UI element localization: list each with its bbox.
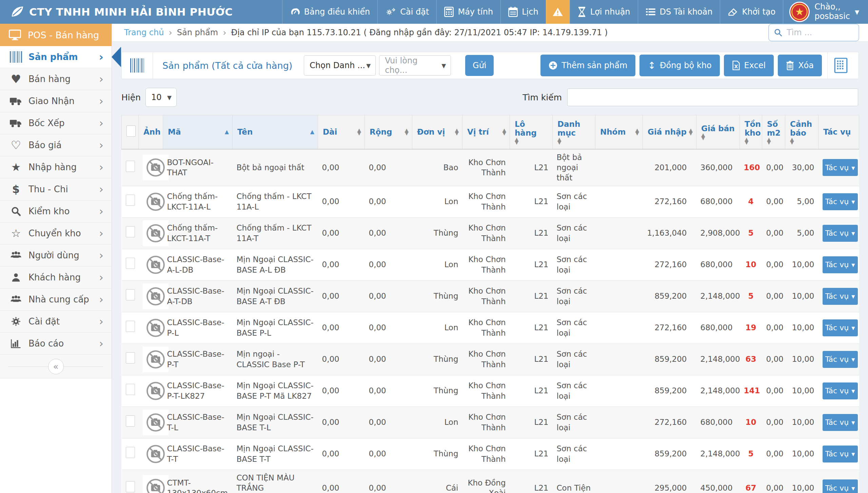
cell-length: 0,00 [318, 343, 365, 375]
sidebar-item-label: Báo cáo [24, 338, 99, 349]
nav-profit[interactable]: Lợi nhuận [570, 0, 638, 24]
nav-label: Máy tính [458, 7, 493, 17]
row-checkbox[interactable] [126, 195, 135, 206]
sidebar-item-11[interactable]: Nhà cung cấp› [0, 289, 112, 311]
sidebar-item-0[interactable]: Sản phẩm› [0, 46, 112, 68]
cell-alert: 5,00 [785, 186, 818, 217]
select-all-header[interactable] [122, 115, 139, 149]
sidebar-item-9[interactable]: Người dùng› [0, 244, 112, 267]
column-header-gianhap[interactable]: Giá nhập [643, 115, 696, 149]
cell-sqm: 0,00 [762, 280, 785, 312]
sidebar-item-1[interactable]: ♥Bán hàng› [0, 68, 112, 90]
row-checkbox[interactable] [126, 481, 135, 492]
category-select[interactable]: Chọn Danh ... [304, 55, 376, 76]
page-size-select[interactable]: 10 [145, 88, 177, 107]
excel-export-button[interactable]: Excel [724, 55, 774, 76]
sidebar-item-2[interactable]: Giao Nhận› [0, 90, 112, 112]
row-actions-button[interactable]: Tác vụ [823, 319, 858, 336]
cell-length: 0,00 [318, 217, 365, 249]
sidebar-item-10[interactable]: Khách hàng› [0, 267, 112, 289]
select-all-checkbox[interactable] [126, 125, 136, 137]
row-actions-button[interactable]: Tác vụ [823, 479, 858, 493]
sidebar-item-4[interactable]: ♡Báo giá› [0, 134, 112, 156]
row-actions-button[interactable]: Tác vụ [823, 193, 858, 210]
column-header-danhmuc[interactable]: Danh mục [553, 115, 595, 149]
sidebar-item-12[interactable]: Cài đặt› [0, 311, 112, 333]
column-header-lo[interactable]: Lô hàng [510, 115, 553, 149]
delete-button[interactable]: Xóa [778, 55, 822, 76]
cell-stock: 10 [740, 407, 762, 438]
row-actions-button[interactable]: Tác vụ [823, 382, 858, 399]
nav-alerts[interactable] [546, 0, 570, 24]
row-checkbox[interactable] [126, 447, 135, 458]
row-checkbox[interactable] [126, 384, 135, 395]
row-checkbox[interactable] [126, 415, 135, 427]
column-header-vitri[interactable]: Vị trí [462, 115, 510, 149]
nav-label: Khởi tạo [742, 7, 775, 17]
sidebar-item-5[interactable]: ★Nhập hàng› [0, 156, 112, 178]
cell-location: Kho Chơn Thành [462, 280, 510, 312]
nav-dashboard[interactable]: Bảng điều khiển [282, 0, 378, 24]
cell-length: 0,00 [318, 249, 365, 280]
row-checkbox[interactable] [126, 289, 135, 300]
sidebar-item-8[interactable]: ☆Chuyển kho› [0, 222, 112, 244]
nav-init[interactable]: Khởi tạo [720, 0, 783, 24]
column-settings-button[interactable] [827, 52, 854, 79]
row-actions-button[interactable]: Tác vụ [823, 446, 858, 462]
sidebar-item-13[interactable]: Báo cáo› [0, 333, 112, 355]
user-menu[interactable]: ★ Chào,, posbasic [783, 0, 868, 24]
cell-unit: Lon [412, 249, 462, 280]
breadcrumb-home-link[interactable]: Trang chủ [124, 28, 164, 37]
sidebar-item-label: Khách hàng [24, 272, 99, 282]
nav-settings[interactable]: Cài đặt [377, 0, 436, 24]
global-search-input[interactable] [787, 28, 854, 37]
sidebar-item-label: Chuyển kho [24, 228, 99, 238]
subcategory-select[interactable]: Vui lòng chọ... [379, 55, 451, 76]
row-actions-button[interactable]: Tác vụ [823, 225, 858, 242]
column-header-tonkho[interactable]: Tồn kho [740, 115, 762, 149]
nav-accounts[interactable]: DS Tài khoản [638, 0, 720, 24]
send-button[interactable]: Gửi [465, 55, 494, 76]
chevron-down-icon [851, 229, 855, 237]
cell-unit: Cái [412, 470, 462, 493]
column-header-nhom[interactable]: Nhóm [595, 115, 643, 149]
row-image-cell [139, 249, 163, 280]
nav-calendar[interactable]: Lịch [500, 0, 546, 24]
collapse-sidebar-button[interactable]: « [48, 359, 64, 374]
sync-stock-button[interactable]: ↕ Đồng bộ kho [639, 55, 719, 76]
row-checkbox[interactable] [126, 352, 135, 363]
sidebar-item-6[interactable]: $Thu - Chi› [0, 178, 112, 200]
search-icon [774, 28, 783, 37]
row-actions-button[interactable]: Tác vụ [823, 414, 858, 431]
column-header-ma[interactable]: Mã [163, 115, 233, 149]
cell-length: 0,00 [318, 312, 365, 343]
row-actions-button[interactable]: Tác vụ [823, 288, 858, 305]
row-checkbox[interactable] [126, 226, 135, 237]
column-header-canhbao[interactable]: Cảnh báo [785, 115, 818, 149]
column-header-ten[interactable]: Tên [233, 115, 318, 149]
column-header-rong[interactable]: Rộng [365, 115, 412, 149]
row-checkbox[interactable] [126, 321, 135, 332]
column-header-donvi[interactable]: Đơn vị [412, 115, 462, 149]
cell-group [595, 375, 643, 407]
add-product-button[interactable]: Thêm sản phẩm [540, 55, 635, 76]
sidebar-item-3[interactable]: Bốc Xếp› [0, 112, 112, 134]
cell-length: 0,00 [318, 186, 365, 217]
cell-stock: 5 [740, 217, 762, 249]
row-actions-button[interactable]: Tác vụ [823, 159, 858, 176]
row-actions-button[interactable]: Tác vụ [823, 256, 858, 273]
row-actions-button[interactable]: Tác vụ [823, 351, 858, 368]
brand[interactable]: CTY TNHH MINH HẢI BÌNH PHƯỚC [0, 0, 243, 24]
row-checkbox[interactable] [126, 258, 135, 269]
row-select-cell [122, 438, 139, 470]
table-search-input[interactable] [567, 88, 858, 106]
nav-calculator[interactable]: Máy tính [436, 0, 500, 24]
row-checkbox[interactable] [126, 161, 135, 172]
column-header-giaban[interactable]: Giá bán [696, 115, 740, 149]
column-header-dai[interactable]: Dài [318, 115, 365, 149]
chevron-right-icon: › [99, 228, 103, 239]
sort-icon [502, 129, 506, 135]
sidebar-item-7[interactable]: Kiểm kho› [0, 200, 112, 222]
cell-unit: Lon [412, 407, 462, 438]
column-header-som2[interactable]: Số m2 [762, 115, 785, 149]
